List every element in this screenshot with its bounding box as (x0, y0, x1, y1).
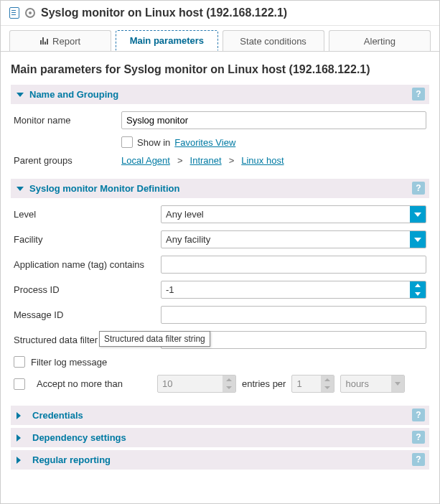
gear-icon (25, 8, 35, 18)
bar-chart-icon (40, 37, 48, 45)
section-title: Regular reporting (32, 454, 111, 465)
help-icon[interactable]: ? (412, 182, 425, 195)
label-parent-groups: Parent groups (14, 155, 121, 166)
tab-alerting[interactable]: Alerting (329, 30, 431, 51)
accept-count-spinner: 10 (157, 375, 236, 393)
filter-log-checkbox[interactable] (14, 356, 25, 368)
select-value: Any level (162, 206, 410, 223)
spinner-buttons[interactable] (410, 281, 426, 298)
spinner-value: 1 (292, 375, 321, 392)
section-body-name-grouping: Monitor name Show in Favorites View Pare… (11, 104, 429, 176)
section-header-credentials[interactable]: Credentials ? (11, 406, 429, 425)
level-select[interactable]: Any level (161, 205, 426, 223)
page-title: Syslog monitor on Linux host (192.168.12… (41, 6, 287, 19)
dropdown-icon (410, 206, 426, 223)
accept-no-more-checkbox[interactable] (14, 378, 25, 390)
label-msgid: Message ID (14, 309, 161, 320)
chevron-down-icon (17, 93, 24, 97)
section-header-reporting[interactable]: Regular reporting ? (11, 450, 429, 470)
tab-state-conditions[interactable]: State conditions (223, 30, 324, 51)
document-icon (9, 7, 19, 19)
titlebar: Syslog monitor on Linux host (192.168.12… (1, 1, 439, 26)
section-body-monitor-definition: Level Any level Facility Any facility Ap… (11, 198, 429, 403)
interval-spinner: 1 (291, 375, 334, 393)
section-title: Credentials (32, 410, 83, 421)
procid-spinner[interactable]: -1 (161, 281, 426, 299)
msgid-input[interactable] (161, 306, 426, 324)
tab-main-parameters[interactable]: Main parameters (116, 30, 217, 51)
breadcrumb-link[interactable]: Linux host (241, 155, 284, 166)
chevron-right-icon (17, 412, 21, 419)
interval-unit-select: hours (340, 375, 405, 393)
label-procid: Process ID (14, 284, 161, 295)
help-icon[interactable]: ? (412, 431, 425, 444)
section-header-name-grouping[interactable]: Name and Grouping ? (11, 85, 429, 104)
dropdown-icon (410, 231, 426, 248)
help-icon[interactable]: ? (412, 453, 425, 466)
tab-label: Main parameters (130, 35, 204, 46)
content: Main parameters for Syslog monitor on Li… (1, 52, 439, 477)
select-value: Any facility (162, 231, 410, 248)
chevron-down-icon (17, 187, 24, 191)
tooltip: Structured data filter string (99, 331, 210, 347)
breadcrumb: Local Agent > Intranet > Linux host (121, 155, 426, 166)
appname-input[interactable] (161, 256, 426, 274)
breadcrumb-link[interactable]: Local Agent (121, 155, 170, 166)
section-title: Syslog monitor Monitor Definition (29, 183, 179, 194)
facility-select[interactable]: Any facility (161, 230, 426, 248)
label-show-in: Show in (137, 137, 170, 148)
tab-label: State conditions (240, 36, 306, 47)
tab-report[interactable]: Report (9, 30, 111, 51)
favorites-checkbox[interactable] (121, 136, 133, 148)
tab-label: Alerting (364, 36, 395, 47)
section-title: Name and Grouping (29, 89, 118, 100)
chevron-right-icon (17, 434, 21, 442)
select-value: hours (341, 375, 391, 392)
label-level: Level (14, 209, 161, 220)
favorites-view-link[interactable]: Favorites View (174, 137, 235, 148)
label-accept-no-more: Accept no more than (37, 378, 151, 389)
breadcrumb-link[interactable]: Intranet (190, 155, 222, 166)
label-facility: Facility (14, 234, 161, 245)
help-icon[interactable]: ? (412, 88, 425, 101)
tab-label: Report (52, 36, 80, 47)
section-title: Dependency settings (32, 432, 126, 443)
label-filter-log: Filter log message (31, 357, 107, 368)
label-entries-per: entries per (242, 378, 286, 389)
spinner-value: 10 (158, 375, 223, 392)
label-appname: Application name (tag) contains (14, 259, 161, 270)
section-header-dependency[interactable]: Dependency settings ? (11, 428, 429, 447)
help-icon[interactable]: ? (412, 409, 425, 421)
chevron-right-icon (17, 457, 21, 464)
page-heading: Main parameters for Syslog monitor on Li… (11, 63, 429, 76)
spinner-value: -1 (162, 281, 410, 298)
tabs: Report Main parameters State conditions … (1, 26, 439, 52)
section-header-monitor-definition[interactable]: Syslog monitor Monitor Definition ? (11, 179, 429, 198)
monitor-name-input[interactable] (121, 111, 426, 129)
label-monitor-name: Monitor name (14, 115, 121, 126)
